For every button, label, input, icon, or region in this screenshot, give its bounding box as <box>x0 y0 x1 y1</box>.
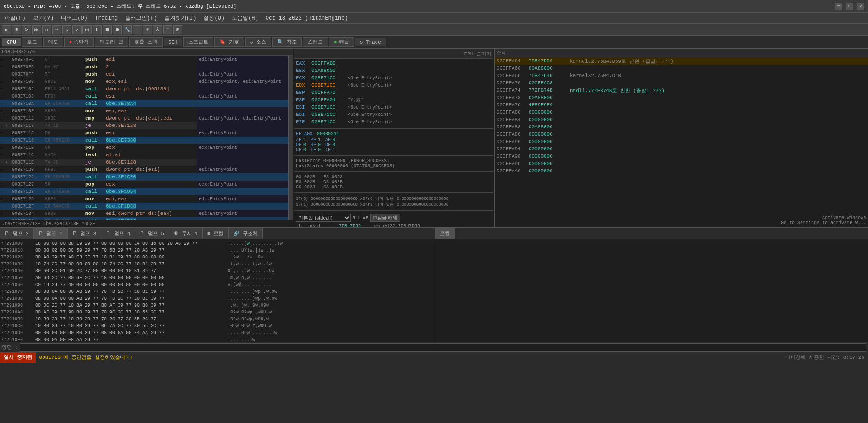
menu-settings[interactable]: 설정(O) <box>201 14 227 22</box>
dump-tab-1[interactable]: 🗋 덤프 1 <box>34 228 68 239</box>
disasm-row-16[interactable]: ·008E7122E8 C9AB00call6be.8F1CF0 <box>0 173 197 181</box>
lock-button[interactable]: □ 잠금 해제 <box>370 214 400 222</box>
menu-file[interactable]: 파일(F) <box>2 14 28 22</box>
disasm-row-2[interactable]: ·008E70FF57pushedi <box>0 71 197 78</box>
toolbar-btn-15[interactable]: # <box>143 25 152 34</box>
breakpoint-dot: · <box>1 204 5 209</box>
disasm-row-1[interactable]: ·008E70FD6A 02push2 <box>0 63 197 71</box>
toolbar-btn-5[interactable]: ↺ <box>42 25 51 34</box>
base-select[interactable]: 기본값 (stdcall) <box>296 214 351 222</box>
disasm-row-12[interactable]: ·008E711B59popecx <box>0 144 197 151</box>
disasm-row-9[interactable]: ·↓008E711374 13je6be.8E7128 <box>0 122 197 129</box>
toolbar-btn-9[interactable]: ⏭ <box>82 25 92 34</box>
tab-source[interactable]: ◇ 소스 <box>245 37 271 47</box>
disasm-row-7[interactable]: ·008E710F8BF0movesi,eax <box>0 107 197 115</box>
maximize-button[interactable]: □ <box>846 3 853 10</box>
fpu-header[interactable]: FPU 숨기기 <box>294 49 493 59</box>
toolbar-btn-17[interactable]: ≡ <box>163 25 172 34</box>
disasm-bytes: E8 950700 <box>45 101 85 106</box>
right-tab-local[interactable]: 로컬 <box>435 228 455 239</box>
dump-tab-struct[interactable]: 🔗 구조체 <box>229 228 263 239</box>
disasm-row-18[interactable]: ·008E7128E8 27A800call6be.8F1954 <box>0 188 197 195</box>
dump-tab-5[interactable]: 🗋 덤프 5 <box>135 228 169 239</box>
toolbar-btn-10[interactable]: ⏸ <box>93 25 102 34</box>
tab-memo[interactable]: 메모 <box>43 37 63 47</box>
disasm-comment-4 <box>197 85 288 93</box>
segment-regs: GS 002B FS 0053 ES 002B DS 002B CS 0023 … <box>294 174 493 191</box>
menu-tracing[interactable]: Tracing <box>92 15 120 22</box>
menu-help[interactable]: 도움말(H) <box>229 14 261 22</box>
tab-symbols[interactable]: 🔖 기호 <box>214 37 244 47</box>
toolbar-btn-18[interactable]: ⊞ <box>173 25 182 34</box>
tabbar: CPU 로그 메모 ● 중단점 메모리 맵 호출 스택 SEH 스크립트 🔖 기… <box>0 36 868 49</box>
tab-script[interactable]: 스크립트 <box>183 37 213 47</box>
dump-tab-3[interactable]: 🗋 덤프 3 <box>68 228 102 239</box>
tab-refs[interactable]: 🔍 참조 <box>272 37 302 47</box>
toolbar-btn-7[interactable]: ↘ <box>62 25 71 34</box>
disasm-bytes: 6A 02 <box>45 65 85 70</box>
tab-log[interactable]: 로그 <box>22 37 42 47</box>
tab-threads[interactable]: 스레드 <box>303 37 328 47</box>
statusbar: 일시 중지됨 008E713F에 중단점을 설정하였습니다! 디버깅에 사용한 … <box>0 352 868 362</box>
toolbar-btn-6[interactable]: → <box>52 25 61 34</box>
tab-handles[interactable]: ● 핸들 <box>329 37 354 47</box>
disasm-comment-1 <box>197 63 288 71</box>
disasm-address: 008E711E <box>12 160 45 165</box>
menu-view[interactable]: 보기(V) <box>30 14 57 22</box>
lasterror: LastError 00000000 (ERROR_SUCCESS) <box>296 159 491 164</box>
toolbar-btn-14[interactable]: f <box>133 25 142 34</box>
disasm-row-13[interactable]: ·008E711C84C0testal,al <box>0 151 197 159</box>
menu-favorites[interactable]: 즐겨찾기(I) <box>162 14 199 22</box>
dump-row-3: 77291020 B0 A0 39 77 A0 E3 2F 77 10 B1 3… <box>1 254 434 261</box>
tab-memmap[interactable]: 메모리 맵 <box>95 37 128 47</box>
toolbar-btn-12[interactable]: ⏺ <box>113 25 122 34</box>
menu-debug[interactable]: 디버그(D) <box>58 14 90 22</box>
dump-tab-4[interactable]: 🗋 덤프 4 <box>101 228 135 239</box>
disasm-bytes: FFD6 <box>45 94 85 99</box>
minimize-button[interactable]: ─ <box>835 3 842 10</box>
disasm-bytes: 57 <box>45 57 85 62</box>
disasm-row-21[interactable]: ·008E71348B30movesi,dword ptr ds:[eax] <box>0 210 197 217</box>
breakpoint-dot: · <box>1 146 5 150</box>
tab-cpu[interactable]: CPU <box>2 38 21 46</box>
tab-breakpoint[interactable]: ● 중단점 <box>64 37 94 47</box>
toolbar-btn-8[interactable]: ↙ <box>72 25 82 34</box>
dump-tab-2[interactable]: 🗋 덤프 2 <box>0 228 34 239</box>
disasm-row-8[interactable]: ·008E7111393Ecmpdword ptr ds:[esi],edi <box>0 115 197 122</box>
disasm-row-14[interactable]: ·↓008E711E74 08je6be.8E7128 <box>0 159 197 166</box>
stack-header: 스택 <box>495 49 868 57</box>
disasm-address: 008E712D <box>12 197 45 202</box>
command-input[interactable] <box>20 343 866 352</box>
toolbar-btn-2[interactable]: ■ <box>12 25 21 34</box>
disasm-row-20[interactable]: ·008E712FE8 54AC00call6be.8F1D88 <box>0 203 197 210</box>
close-button[interactable]: ✕ <box>857 3 864 10</box>
menu-plugin[interactable]: 플러그인(P) <box>122 14 160 22</box>
disasm-row-17[interactable]: ·008E712759popecx <box>0 181 197 188</box>
disasm-row-6[interactable]: ·008E710AE8 950700call6be.8E78A4 <box>0 100 197 107</box>
disasm-mnemonic: mov <box>85 196 106 202</box>
disasm-scrollbar[interactable] <box>288 56 293 220</box>
disasm-row-19[interactable]: ·008E712D8BF8movedi,eax <box>0 195 197 203</box>
disasm-row-5[interactable]: ·008E7108FFD6callesi <box>0 93 197 100</box>
toolbar-btn-13[interactable]: 🔧 <box>123 25 132 34</box>
toolbar-btn-1[interactable]: ▶ <box>2 25 11 34</box>
disasm-row-10[interactable]: ·008E711556pushesi <box>0 129 197 137</box>
toolbar-btn-16[interactable]: A <box>153 25 162 34</box>
toolbar-btn-11[interactable]: ⏹ <box>103 25 112 34</box>
disasm-row-0[interactable]: ·008E70FC57pushedi <box>0 56 197 63</box>
dump-tab-local[interactable]: ≡ 로컬 <box>203 228 229 239</box>
disasm-row-15[interactable]: ·008E7120FF36pushdword ptr ds:[esi] <box>0 166 197 173</box>
disasm-row-3[interactable]: ·008E71008BCEmovecx,esi <box>0 78 197 85</box>
toolbar-btn-4[interactable]: ⏮ <box>32 25 41 34</box>
tab-seh[interactable]: SEH <box>164 38 183 46</box>
disasm-bytes: 56 <box>45 131 85 136</box>
breakpoint-dot: · <box>1 102 5 106</box>
toolbar-btn-3[interactable]: ⟳ <box>22 25 31 34</box>
dump-tab-watch[interactable]: 👁 주시 1 <box>169 228 203 239</box>
st-regs: ST(0) 0000000000000000000 x87r0 비며 있음 0.… <box>294 195 493 209</box>
tab-callstack[interactable]: 호출 스택 <box>129 37 163 47</box>
disasm-operands: ecx,esi <box>106 79 196 84</box>
tab-trace[interactable]: ↻ Trace <box>355 38 386 46</box>
disasm-row-11[interactable]: ·008E7116E8 650200call6be.8E7380 <box>0 137 197 144</box>
disasm-row-4[interactable]: ·008E7102FF13 3051calldword ptr ds:[9051… <box>0 85 197 93</box>
